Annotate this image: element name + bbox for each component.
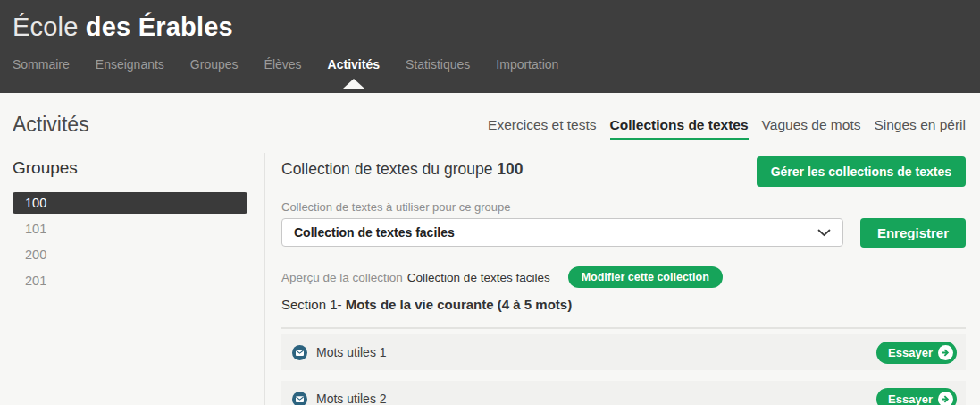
nav-item-eleves[interactable]: Élèves xyxy=(264,57,302,72)
preview-prefix: Aperçu de la collection xyxy=(281,271,403,284)
brand-light: École xyxy=(13,13,79,41)
nav-item-sommaire[interactable]: Sommaire xyxy=(13,57,70,72)
brand-bold: des Érables xyxy=(86,13,233,41)
collection-select[interactable]: Collection de textes faciles xyxy=(281,218,843,247)
tab-exercices-et-tests[interactable]: Exercices et tests xyxy=(488,117,596,140)
group-item-100[interactable]: 100 xyxy=(13,192,247,214)
section-heading: Section 1- Mots de la vie courante (4 à … xyxy=(281,297,966,312)
sidebar-title: Groupes xyxy=(13,158,247,178)
activity-label: Mots utiles 2 xyxy=(316,392,387,405)
group-item-200[interactable]: 200 xyxy=(13,244,247,266)
collection-heading-group: 100 xyxy=(497,160,523,178)
main-head: Collection de textes du groupe 100 Gérer… xyxy=(281,156,966,187)
preview-row: Aperçu de la collection Collection de te… xyxy=(281,266,966,288)
collection-heading-text: Collection de textes du groupe xyxy=(281,160,492,178)
activity-label: Mots utiles 1 xyxy=(316,345,387,359)
section-prefix: Section 1- xyxy=(281,297,342,312)
text-collection-icon xyxy=(292,392,307,405)
activity-tabs: Exercices et tests Collections de textes… xyxy=(488,117,966,140)
text-collection-icon xyxy=(292,345,307,360)
collection-select-label: Collection de textes à utiliser pour ce … xyxy=(281,200,966,214)
manage-collections-button[interactable]: Gérer les collections de textes xyxy=(757,156,966,187)
try-button-label: Essayer xyxy=(888,346,933,359)
arrow-right-circle-icon xyxy=(938,345,953,360)
try-button-label: Essayer xyxy=(888,392,933,405)
collection-select-value: Collection de textes faciles xyxy=(294,225,455,240)
nav-item-groupes[interactable]: Groupes xyxy=(190,57,239,72)
page-head: Activités Exercices et tests Collections… xyxy=(13,93,966,140)
nav-item-importation[interactable]: Importation xyxy=(496,57,558,72)
nav-item-activites[interactable]: Activités xyxy=(328,57,380,72)
main-nav: Sommaire Enseignants Groupes Élèves Acti… xyxy=(0,42,980,72)
activity-list: Mots utiles 1 Essayer Mots utiles 2 Es xyxy=(281,327,966,405)
main-panel: Collection de textes du groupe 100 Gérer… xyxy=(265,153,966,405)
section-title: Mots de la vie courante (4 à 5 mots) xyxy=(346,297,572,312)
content: Groupes 100 101 200 201 Collection de te… xyxy=(13,153,966,405)
tab-collections-de-textes[interactable]: Collections de textes xyxy=(610,117,749,140)
try-button[interactable]: Essayer xyxy=(876,388,957,405)
nav-item-statistiques[interactable]: Statistiques xyxy=(406,57,470,72)
chevron-down-icon xyxy=(817,229,831,237)
save-button[interactable]: Enregistrer xyxy=(860,218,966,248)
activity-row: Mots utiles 2 Essayer xyxy=(281,381,966,405)
nav-item-enseignants[interactable]: Enseignants xyxy=(96,57,164,72)
collection-heading: Collection de textes du groupe 100 xyxy=(281,156,523,179)
school-brand: École des Érables xyxy=(0,0,980,42)
modify-collection-button[interactable]: Modifier cette collection xyxy=(568,266,723,288)
activity-row: Mots utiles 1 Essayer xyxy=(281,334,966,370)
try-button[interactable]: Essayer xyxy=(876,342,957,364)
group-item-201[interactable]: 201 xyxy=(13,270,247,291)
page-title: Activités xyxy=(13,113,89,140)
group-item-101[interactable]: 101 xyxy=(13,218,247,240)
page-body: Activités Exercices et tests Collections… xyxy=(0,93,980,405)
tab-singes-en-peril[interactable]: Singes en péril xyxy=(874,117,966,140)
groups-sidebar: Groupes 100 101 200 201 xyxy=(13,153,265,405)
tab-vagues-de-mots[interactable]: Vagues de mots xyxy=(762,117,861,140)
preview-collection-name: Collection de textes faciles xyxy=(407,271,550,284)
app-header: École des Érables Sommaire Enseignants G… xyxy=(0,0,980,93)
select-row: Collection de textes faciles Enregistrer xyxy=(281,218,966,248)
arrow-right-circle-icon xyxy=(938,392,953,405)
